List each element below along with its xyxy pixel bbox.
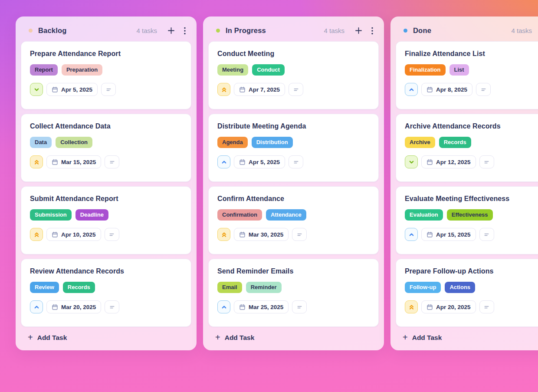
card-list: Finalize Attendance List Finalization Li… bbox=[390, 41, 538, 328]
calendar-icon bbox=[426, 159, 433, 165]
due-date-button[interactable]: Mar 20, 2025 bbox=[46, 300, 101, 313]
tag-row: Evaluation Effectiveness bbox=[405, 209, 538, 221]
notes-button[interactable] bbox=[479, 228, 494, 241]
notes-lines-icon bbox=[109, 304, 115, 310]
task-card[interactable]: Conduct Meeting Meeting Conduct bbox=[208, 41, 379, 109]
add-task-label: Add Task bbox=[37, 334, 67, 342]
priority-button[interactable] bbox=[30, 228, 43, 241]
due-date-button[interactable]: Mar 15, 2025 bbox=[46, 155, 101, 168]
priority-low-icon bbox=[33, 86, 40, 93]
column-footer: + Add Task bbox=[203, 328, 384, 350]
notes-button[interactable] bbox=[101, 83, 116, 96]
due-date-button[interactable]: Apr 7, 2025 bbox=[234, 83, 285, 96]
tag-row: Finalization List bbox=[405, 64, 538, 76]
task-card[interactable]: Prepare Attendance Report Report Prepara… bbox=[21, 41, 191, 109]
notes-lines-icon bbox=[109, 159, 115, 165]
tag-row: Agenda Distribution bbox=[217, 137, 370, 148]
tag-row: Email Reminder bbox=[217, 282, 370, 293]
notes-button[interactable] bbox=[292, 228, 307, 241]
task-card[interactable]: Finalize Attendance List Finalization Li… bbox=[396, 41, 538, 109]
plus-icon bbox=[167, 27, 175, 34]
due-date-button[interactable]: Apr 20, 2025 bbox=[421, 300, 476, 313]
tag: Records bbox=[439, 137, 471, 148]
column-task-count: 4 tasks bbox=[324, 27, 344, 34]
plus-icon: + bbox=[403, 333, 408, 342]
tag-row: Archive Records bbox=[405, 137, 538, 148]
task-title: Collect Attendance Data bbox=[30, 122, 182, 130]
tag: Agenda bbox=[217, 137, 248, 148]
add-task-icon-button[interactable] bbox=[353, 25, 364, 36]
task-title: Evaluate Meeting Effectiveness bbox=[405, 195, 538, 203]
notes-button[interactable] bbox=[289, 155, 303, 168]
due-date-label: Apr 7, 2025 bbox=[249, 86, 280, 93]
add-task-button[interactable]: + Add Task bbox=[403, 334, 442, 342]
card-controls: Mar 15, 2025 bbox=[30, 155, 182, 168]
task-card[interactable]: Evaluate Meeting Effectiveness Evaluatio… bbox=[396, 186, 538, 254]
due-date-button[interactable]: Mar 30, 2025 bbox=[234, 228, 289, 241]
task-title: Archive Attendance Records bbox=[405, 122, 538, 130]
priority-button[interactable] bbox=[405, 83, 418, 96]
tag: Distribution bbox=[252, 137, 293, 148]
notes-button[interactable] bbox=[479, 300, 494, 313]
add-task-icon-button[interactable] bbox=[166, 25, 177, 36]
task-card[interactable]: Review Attendance Records Review Records bbox=[21, 259, 191, 327]
task-title: Conduct Meeting bbox=[217, 50, 370, 58]
due-date-button[interactable]: Apr 5, 2025 bbox=[46, 83, 98, 96]
priority-button[interactable] bbox=[217, 155, 230, 168]
task-card[interactable]: Submit Attendance Report Submission Dead… bbox=[21, 186, 191, 254]
notes-button[interactable] bbox=[105, 155, 119, 168]
due-date-label: Mar 30, 2025 bbox=[249, 231, 283, 238]
due-date-button[interactable]: Apr 5, 2025 bbox=[234, 155, 285, 168]
calendar-icon bbox=[426, 304, 433, 310]
priority-button[interactable] bbox=[30, 155, 43, 168]
priority-button[interactable] bbox=[30, 83, 43, 96]
task-card[interactable]: Distribute Meeting Agenda Agenda Distrib… bbox=[208, 114, 379, 182]
due-date-button[interactable]: Apr 12, 2025 bbox=[421, 155, 476, 168]
task-title: Prepare Follow-up Actions bbox=[405, 267, 538, 275]
notes-button[interactable] bbox=[105, 228, 119, 241]
notes-lines-icon bbox=[483, 159, 490, 165]
notes-button[interactable] bbox=[105, 300, 119, 313]
due-date-button[interactable]: Apr 15, 2025 bbox=[421, 228, 476, 241]
column-header: Backlog 4 tasks bbox=[16, 16, 197, 41]
column-menu-button[interactable] bbox=[369, 25, 375, 36]
task-card[interactable]: Send Reminder Emails Email Reminder bbox=[208, 259, 379, 327]
notes-button[interactable] bbox=[476, 83, 491, 96]
priority-button[interactable] bbox=[217, 228, 230, 241]
task-card[interactable]: Confirm Attendance Confirmation Attendan… bbox=[208, 186, 379, 254]
priority-high-icon bbox=[408, 304, 415, 310]
column-title: Done bbox=[413, 26, 431, 35]
tag: Evaluation bbox=[405, 209, 443, 221]
notes-button[interactable] bbox=[289, 83, 303, 96]
notes-lines-icon bbox=[480, 86, 487, 93]
priority-medium-icon bbox=[33, 304, 40, 310]
priority-button[interactable] bbox=[217, 83, 230, 96]
notes-lines-icon bbox=[105, 86, 112, 93]
due-date-button[interactable]: Mar 25, 2025 bbox=[234, 300, 289, 313]
card-list: Prepare Attendance Report Report Prepara… bbox=[16, 41, 197, 328]
column-menu-button[interactable] bbox=[182, 25, 188, 36]
task-card[interactable]: Collect Attendance Data Data Collection bbox=[21, 114, 191, 182]
card-controls: Mar 30, 2025 bbox=[217, 228, 370, 241]
priority-button[interactable] bbox=[30, 300, 43, 313]
priority-button[interactable] bbox=[405, 155, 418, 168]
priority-button[interactable] bbox=[405, 300, 418, 313]
add-task-button[interactable]: + Add Task bbox=[28, 334, 67, 342]
priority-button[interactable] bbox=[405, 228, 418, 241]
priority-button[interactable] bbox=[217, 300, 230, 313]
task-card[interactable]: Prepare Follow-up Actions Follow-up Acti… bbox=[396, 259, 538, 327]
tag-row: Data Collection bbox=[30, 137, 182, 148]
notes-button[interactable] bbox=[292, 300, 307, 313]
column-in-progress: In Progress 4 tasks Conduct Meeting bbox=[203, 16, 384, 350]
tag: Attendance bbox=[266, 209, 306, 221]
due-date-button[interactable]: Apr 8, 2025 bbox=[421, 83, 472, 96]
tag: Meeting bbox=[217, 64, 248, 76]
priority-high-icon bbox=[33, 159, 40, 165]
task-card[interactable]: Archive Attendance Records Archive Recor… bbox=[396, 114, 538, 182]
notes-button[interactable] bbox=[479, 155, 494, 168]
tag: Deadline bbox=[75, 209, 108, 221]
due-date-button[interactable]: Apr 10, 2025 bbox=[46, 228, 101, 241]
due-date-label: Apr 20, 2025 bbox=[436, 304, 471, 310]
add-task-button[interactable]: + Add Task bbox=[215, 334, 254, 342]
task-title: Review Attendance Records bbox=[30, 267, 182, 275]
